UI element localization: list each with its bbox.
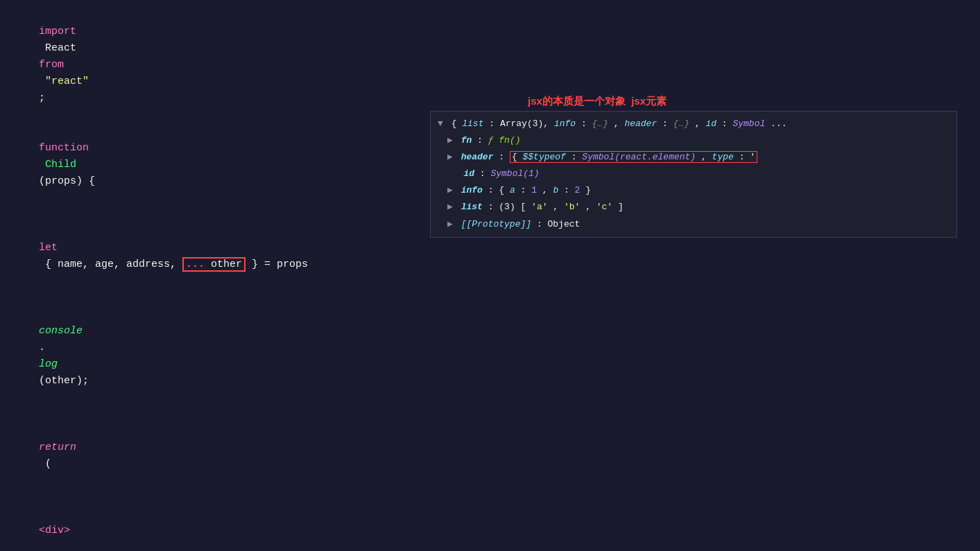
code-line-4: console . log (other);	[14, 290, 966, 406]
keyword-import: import	[39, 26, 76, 37]
devtools-row-fn: ▶ fn : ƒ fn()	[431, 132, 956, 149]
highlight-other: ... other	[182, 257, 246, 272]
code-line-6: <div>	[14, 489, 966, 551]
code-line-5: return (	[14, 406, 966, 489]
keyword-from: from	[39, 59, 64, 71]
devtools-row-header: ▶ header : { $$typeof : Symbol(react.ele…	[431, 149, 956, 166]
devtools-row-prototype: ▶ [[Prototype]] : Object	[431, 216, 956, 233]
str-react: "react"	[39, 76, 89, 87]
devtools-row-info: ▶ info : { a : 1 , b : 2 }	[431, 182, 956, 199]
devtools-row-list: ▶ list : (3) [ 'a' , 'b' , 'c' ]	[431, 199, 956, 216]
devtools-row-1: ▼ { list : Array(3), info : {…} , header…	[431, 116, 956, 132]
devtools-annotation: jsx的本质是一个对象 jsx元素	[528, 92, 667, 110]
devtools-highlight-header: { $$typeof : Symbol(react.element) , typ…	[510, 151, 757, 163]
devtools-panel: jsx的本质是一个对象 jsx元素 ▼ { list : Array(3), i…	[430, 111, 957, 238]
code-editor: import React from "react" ; function Chi…	[0, 0, 980, 551]
code-line-1: import React from "react" ;	[14, 7, 966, 123]
devtools-row-id: id : Symbol(1)	[431, 166, 956, 182]
var-React: React	[39, 42, 83, 54]
